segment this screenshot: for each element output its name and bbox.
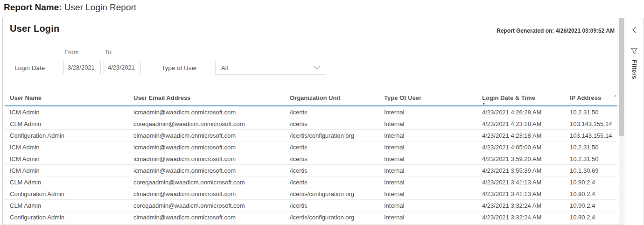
scroll-up-icon[interactable]: ^: [614, 94, 616, 100]
cell-user-name: ICM Admin: [5, 109, 129, 116]
cell-ip-address: 103.143.155.14: [565, 132, 617, 139]
table-row[interactable]: CLM Admin coreqaadmin@waadicm.onmicrosof…: [5, 118, 617, 130]
vertical-scrollbar-thumb[interactable]: [619, 18, 624, 136]
cell-user-name: Configuration Admin: [5, 190, 129, 197]
cell-organization-unit: /icertis/configuration org: [285, 214, 379, 221]
cell-user-email: icmadmin@waadicm.onmicrosoft.com: [129, 144, 285, 151]
cell-type-of-user: Internal: [379, 214, 477, 221]
cell-type-of-user: Internal: [379, 155, 477, 162]
table-row[interactable]: ICM Admin icmadmin@waadicm.onmicrosoft.c…: [5, 141, 617, 153]
cell-ip-address: 10.90.2.4: [565, 214, 617, 221]
sort-descending-icon: ▼: [482, 102, 485, 105]
column-header-login-date-time-label: Login Date & Time: [482, 94, 535, 101]
filters-button[interactable]: [625, 48, 643, 56]
cell-organization-unit: /icertis: [285, 109, 379, 116]
cell-type-of-user: Internal: [379, 132, 477, 139]
login-date-to-input[interactable]: [104, 61, 141, 74]
chevron-left-icon: [632, 27, 637, 35]
cell-organization-unit: /icertis: [285, 167, 379, 174]
table-header-row: User Name User Email Address Organizatio…: [5, 91, 617, 105]
cell-login-date-time: 4/23/2021 4:23:18 AM: [477, 120, 565, 127]
table-row[interactable]: Configuration Admin clmadmin@waadicm.onm…: [5, 211, 617, 223]
filters-pane-label: Filters: [631, 60, 638, 79]
table-row[interactable]: Configuration Admin clmadmin@waadicm.onm…: [5, 130, 617, 141]
cell-login-date-time: 4/23/2021 3:41:13 AM: [477, 190, 565, 197]
cell-organization-unit: /icertis/configuration org: [285, 190, 379, 197]
cell-user-email: coreqaadmin@waadicm.onmicrosoft.com: [129, 120, 285, 127]
cell-user-email: coreqaadmin@waadicm.onmicrosoft.com: [129, 202, 285, 209]
cell-user-email: clmadmin@waadicm.onmicrosoft.com: [129, 190, 285, 197]
cell-login-date-time: 4/23/2021 4:05:00 AM: [477, 144, 565, 151]
table-row[interactable]: Configuration Admin clmadmin@waadicm.onm…: [5, 188, 617, 200]
column-header-ip-address[interactable]: IP Address: [565, 94, 617, 101]
cell-ip-address: 10.90.2.4: [565, 202, 617, 209]
cell-ip-address: 10.1.30.69: [565, 167, 617, 174]
cell-ip-address: 10.90.2.4: [565, 190, 617, 197]
cell-login-date-time: 4/23/2021 3:41:13 AM: [477, 179, 565, 186]
cell-login-date-time: 4/23/2021 3:55:39 AM: [477, 167, 565, 174]
cell-type-of-user: Internal: [379, 190, 477, 197]
from-label: From: [64, 49, 78, 56]
cell-user-email: clmadmin@waadicm.onmicrosoft.com: [129, 132, 285, 139]
column-header-type-of-user[interactable]: Type Of User: [379, 94, 477, 101]
login-date-label: Login Date: [14, 64, 45, 71]
panel-title: User Login: [10, 23, 59, 34]
cell-login-date-time: 4/23/2021 3:59:20 AM: [477, 155, 565, 162]
column-header-user-name[interactable]: User Name: [5, 94, 129, 101]
cell-user-name: ICM Admin: [5, 144, 129, 151]
vertical-scrollbar[interactable]: [619, 18, 624, 225]
cell-type-of-user: Internal: [379, 144, 477, 151]
cell-type-of-user: Internal: [379, 167, 477, 174]
filters-sidebar: Filters: [625, 18, 644, 225]
login-date-from-input[interactable]: [63, 61, 101, 74]
cell-type-of-user: Internal: [379, 202, 477, 209]
type-of-user-label: Type of User: [161, 64, 197, 71]
table-row[interactable]: ICM Admin icmadmin@waadicm.onmicrosoft.c…: [5, 153, 617, 165]
column-header-organization-unit[interactable]: Organization Unit: [285, 94, 379, 101]
cell-user-email: icmadmin@waadicm.onmicrosoft.com: [129, 167, 285, 174]
table-row[interactable]: CLM Admin coreqaadmin@waadicm.onmicrosof…: [5, 176, 617, 188]
report-name-value: User Login Report: [64, 2, 136, 12]
collapse-pane-button[interactable]: [625, 26, 643, 35]
report-name-label: Report Name:: [4, 2, 62, 12]
cell-type-of-user: Internal: [379, 179, 477, 186]
table-row[interactable]: ICM Admin icmadmin@waadicm.onmicrosoft.c…: [5, 165, 617, 176]
cell-type-of-user: Internal: [379, 109, 477, 116]
column-header-login-date-time[interactable]: Login Date & Time ▼: [477, 94, 565, 101]
type-of-user-selected-value: All: [221, 64, 228, 71]
cell-login-date-time: 4/23/2021 4:26:28 AM: [477, 109, 565, 116]
chevron-down-icon: [314, 66, 320, 70]
type-of-user-dropdown[interactable]: All: [215, 61, 326, 75]
cell-ip-address: 103.143.155.14: [565, 120, 617, 127]
cell-ip-address: 10.2.31.50: [565, 144, 617, 151]
cell-user-name: CLM Admin: [5, 202, 129, 209]
cell-organization-unit: /icertis: [285, 179, 379, 186]
cell-login-date-time: 4/23/2021 4:23:18 AM: [477, 132, 565, 139]
cell-organization-unit: /icertis: [285, 202, 379, 209]
cell-ip-address: 10.2.31.50: [565, 109, 617, 116]
cell-organization-unit: /icertis/configuration org: [285, 132, 379, 139]
cell-user-name: ICM Admin: [5, 155, 129, 162]
cell-user-email: coreqaadmin@waadicm.onmicrosoft.com: [129, 179, 285, 186]
cell-login-date-time: 4/23/2021 3:32:24 AM: [477, 202, 565, 209]
cell-user-name: Configuration Admin: [5, 214, 129, 221]
table-body: ICM Admin icmadmin@waadicm.onmicrosoft.c…: [5, 106, 617, 223]
page-title: Report Name: User Login Report: [4, 2, 136, 13]
cell-user-name: ICM Admin: [5, 167, 129, 174]
cell-organization-unit: /icertis: [285, 120, 379, 127]
cell-user-name: CLM Admin: [5, 120, 129, 127]
table-row[interactable]: CLM Admin coreqaadmin@waadicm.onmicrosof…: [5, 200, 617, 211]
cell-user-email: icmadmin@waadicm.onmicrosoft.com: [129, 155, 285, 162]
cell-user-name: Configuration Admin: [5, 132, 129, 139]
cell-user-email: icmadmin@waadicm.onmicrosoft.com: [129, 109, 285, 116]
cell-ip-address: 10.2.31.50: [565, 155, 617, 162]
report-panel: User Login Report Generated on: 4/26/202…: [2, 18, 624, 225]
cell-type-of-user: Internal: [379, 120, 477, 127]
cell-organization-unit: /icertis: [285, 155, 379, 162]
to-label: To: [105, 49, 112, 56]
table-row[interactable]: ICM Admin icmadmin@waadicm.onmicrosoft.c…: [5, 106, 617, 118]
cell-user-email: clmadmin@waadicm.onmicrosoft.com: [129, 214, 285, 221]
column-header-user-email[interactable]: User Email Address: [129, 94, 285, 101]
filter-funnel-icon: [630, 48, 638, 56]
login-table: User Name User Email Address Organizatio…: [5, 91, 617, 223]
